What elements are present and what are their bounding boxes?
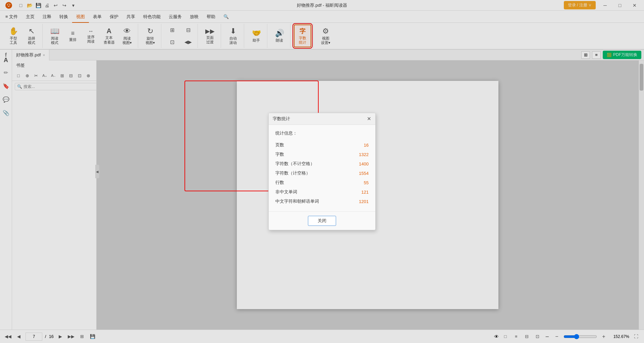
stat-words-value: 1322 [359,152,369,157]
stat-lines-label: 行数 [275,180,284,186]
stat-pages: 页数 16 [275,140,369,150]
stat-nonch-value: 121 [361,190,369,195]
stat-chinese: 中文字符和朝鲜语单词 1201 [275,197,369,206]
dialog-overlay: 字数统计 ✕ 统计信息： 页数 16 字数 1322 字符数（不计空格） 140… [0,0,644,343]
stat-nonch: 非中文单词 121 [275,187,369,197]
dialog-title: 字数统计 [273,116,290,122]
word-count-dialog: 字数统计 ✕ 统计信息： 页数 16 字数 1322 字符数（不计空格） 140… [268,113,376,230]
stat-chars-nospace-value: 1400 [359,161,369,166]
stat-chars-nospace: 字符数（不计空格） 1400 [275,159,369,168]
stat-pages-label: 页数 [275,142,284,148]
stat-lines-value: 55 [364,180,369,185]
stat-chinese-label: 中文字符和朝鲜语单词 [275,198,319,204]
dialog-close-x[interactable]: ✕ [367,116,371,122]
stat-words-label: 字数 [275,151,284,157]
stat-chars-space: 字符数（计空格） 1554 [275,168,369,178]
stat-lines: 行数 55 [275,178,369,187]
dialog-close-btn[interactable]: 关闭 [308,216,336,226]
dialog-titlebar: 字数统计 ✕ [269,113,375,125]
dialog-footer: 关闭 [269,211,375,230]
dialog-section-title: 统计信息： [275,130,369,136]
stat-words: 字数 1322 [275,150,369,159]
stat-chars-space-label: 字符数（计空格） [275,170,310,176]
stat-nonch-label: 非中文单词 [275,189,297,195]
dialog-body: 统计信息： 页数 16 字数 1322 字符数（不计空格） 1400 字符数（计… [269,125,375,211]
stat-chars-space-value: 1554 [359,171,369,176]
stat-pages-value: 16 [364,143,369,148]
stat-chinese-value: 1201 [359,199,369,204]
stat-chars-nospace-label: 字符数（不计空格） [275,161,315,167]
